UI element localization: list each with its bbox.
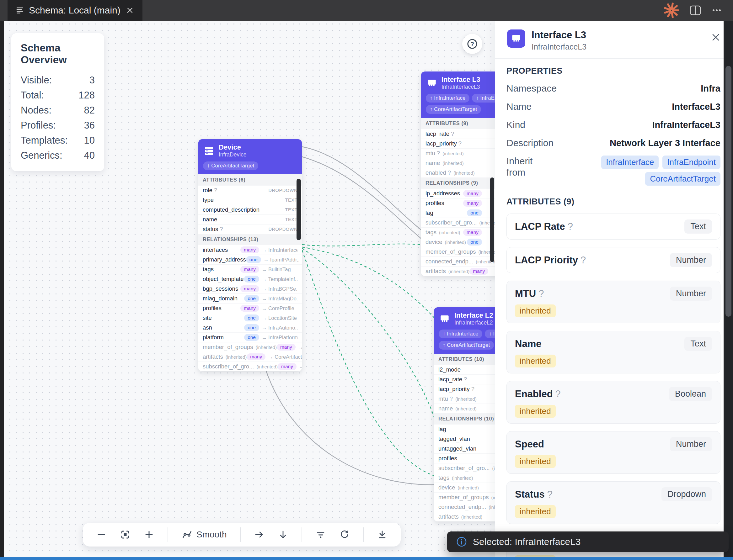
info-icon bbox=[456, 536, 467, 547]
cardinality-badge: one bbox=[467, 239, 482, 246]
cardinality-badge: many bbox=[240, 305, 259, 312]
inherit-badge[interactable]: ↑ CoreArtifactTarget bbox=[426, 105, 481, 114]
attribute-name: name bbox=[438, 405, 453, 412]
inherit-from-badge[interactable]: CoreArtifactTarget bbox=[645, 172, 720, 186]
attribute-card: NameTextinherited bbox=[507, 331, 720, 373]
stat-value: 40 bbox=[84, 150, 95, 161]
relationship-target: → CoreArtifact bbox=[268, 354, 302, 360]
attribute-card: LACP Priority?Number bbox=[507, 247, 720, 273]
stat-label: Visible: bbox=[21, 75, 52, 86]
edge bbox=[302, 157, 422, 240]
inherit-from-badge[interactable]: InfraInterface bbox=[601, 156, 659, 169]
stat-label: Templates: bbox=[21, 135, 68, 146]
inherit-badge[interactable]: ↑ InfraInterface bbox=[439, 330, 482, 338]
attribute-name: MTU? bbox=[515, 288, 544, 300]
relationship-name: tagged_vlan bbox=[438, 436, 470, 442]
window-left-edge bbox=[0, 21, 4, 557]
panel-scrollbar-track[interactable] bbox=[724, 21, 733, 560]
cardinality-badge: many bbox=[240, 266, 259, 273]
split-panel-icon[interactable] bbox=[689, 5, 702, 16]
app-logo-starburst-icon[interactable] bbox=[663, 2, 680, 18]
cardinality-badge: one bbox=[246, 256, 261, 263]
interface-l3-node-scrollbar[interactable] bbox=[490, 177, 494, 262]
attribute-type: TEXT bbox=[285, 198, 297, 203]
inherited-label: (inherited) bbox=[439, 230, 460, 235]
relationship-row: artifacts(inherited)many→ CoreArtifact bbox=[198, 352, 302, 362]
relationship-row: profilesmany→ CoreProfile bbox=[198, 303, 302, 313]
relationship-target: → InfraBGPSe... bbox=[262, 286, 297, 292]
relationship-target: → InfraInterface bbox=[262, 247, 297, 253]
relationship-target: → InfraPlatform bbox=[262, 335, 297, 341]
device-node-scrollbar[interactable] bbox=[296, 179, 301, 240]
inherit-from-badge[interactable]: InfraEndpoint bbox=[662, 156, 720, 169]
relationship-name: lag bbox=[438, 426, 446, 433]
property-value: Network Layer 3 Interface bbox=[610, 137, 720, 149]
attribute-name: LACP Rate? bbox=[515, 221, 573, 233]
fit-view-button[interactable] bbox=[120, 529, 130, 540]
more-options-icon[interactable] bbox=[711, 5, 722, 16]
inherited-label: (inherited) bbox=[461, 514, 483, 520]
attribute-name: LACP Priority? bbox=[515, 254, 586, 266]
node-header: DeviceInfraDevice↑ CoreArtifactTarget bbox=[198, 139, 302, 174]
edge bbox=[302, 250, 439, 477]
attribute-card: MTU?Numberinherited bbox=[507, 281, 720, 323]
help-button[interactable]: ? bbox=[462, 34, 482, 54]
edge bbox=[265, 368, 454, 485]
optional-marker: ? bbox=[547, 489, 553, 500]
attribute-type-badge: Number bbox=[670, 287, 712, 301]
smooth-edges-button[interactable]: Smooth bbox=[181, 529, 227, 540]
attribute-name: role bbox=[203, 187, 212, 194]
refresh-button[interactable] bbox=[339, 529, 350, 540]
close-icon[interactable] bbox=[710, 32, 721, 44]
attribute-name: Status? bbox=[515, 489, 553, 500]
attribute-name: status bbox=[203, 226, 218, 233]
download-button[interactable] bbox=[377, 529, 388, 540]
selection-toast: Selected: InfraInterfaceL3 bbox=[447, 531, 729, 552]
relationship-name: tags bbox=[426, 229, 437, 236]
inherited-badge: inherited bbox=[515, 304, 556, 317]
node-title: Interface L2 bbox=[454, 311, 493, 320]
relationship-row: asnone→ InfraAutono... bbox=[198, 323, 302, 332]
toolbar-divider bbox=[363, 527, 364, 542]
stat-label: Generics: bbox=[21, 150, 62, 161]
cardinality-badge: many bbox=[463, 229, 482, 236]
overview-stat-row: Profiles:36 bbox=[21, 118, 95, 133]
attribute-name: Name bbox=[515, 338, 541, 350]
attribute-card: Enabled?Booleaninherited bbox=[507, 381, 720, 424]
cardinality-badge: many bbox=[277, 344, 295, 351]
filter-button[interactable] bbox=[315, 529, 326, 540]
panel-scrollbar-thumb[interactable] bbox=[725, 66, 731, 317]
relationship-row: member_of_groups(inherited)many→ CoreGro… bbox=[198, 342, 302, 352]
attribute-name: computed_description bbox=[203, 206, 259, 213]
overview-stat-row: Generics:40 bbox=[21, 148, 95, 163]
attribute-row: typeTEXT bbox=[198, 195, 302, 205]
relationship-name: site bbox=[203, 314, 212, 321]
attribute-name: mtu bbox=[426, 150, 435, 157]
schema-node-device[interactable]: DeviceInfraDevice↑ CoreArtifactTargetATT… bbox=[198, 139, 302, 371]
tab-schema[interactable]: Schema: Local (main) bbox=[8, 0, 142, 21]
inherit-badge[interactable]: ↑ CoreArtifactTarget bbox=[439, 341, 494, 350]
relationships-section-header: RELATIONSHIPS (13) bbox=[198, 234, 302, 245]
panel-subtitle: InfraInterfaceL3 bbox=[532, 42, 587, 51]
inherit-badge[interactable]: ↑ InfraInterface bbox=[426, 94, 470, 103]
inherited-badge: inherited bbox=[515, 405, 556, 418]
layout-vertical-button[interactable] bbox=[278, 529, 288, 540]
attributes-heading: ATTRIBUTES (9) bbox=[507, 197, 720, 207]
relationship-row: object_templateone→ TemplateInf... bbox=[198, 274, 302, 284]
attribute-row: role?DROPDOWN bbox=[198, 185, 302, 195]
ethernet-icon bbox=[426, 77, 438, 89]
property-label: Name bbox=[507, 101, 532, 112]
zoom-out-button[interactable] bbox=[96, 529, 107, 540]
relationship-name: device bbox=[426, 239, 442, 246]
cardinality-badge: many bbox=[463, 200, 482, 207]
tab-close-icon[interactable] bbox=[125, 6, 134, 15]
stat-value: 3 bbox=[89, 75, 95, 86]
inherit-badge[interactable]: ↑ CoreArtifactTarget bbox=[203, 161, 258, 170]
relationship-target: → CoreGroup bbox=[299, 364, 302, 370]
relationship-name: artifacts bbox=[203, 353, 223, 360]
property-value: Infra bbox=[701, 83, 720, 94]
inherited-label: (inherited) bbox=[449, 269, 470, 274]
zoom-in-button[interactable] bbox=[144, 529, 154, 540]
layout-horizontal-button[interactable] bbox=[254, 529, 264, 540]
detail-panel-header: Interface L3 InfraInterfaceL3 bbox=[495, 21, 733, 59]
